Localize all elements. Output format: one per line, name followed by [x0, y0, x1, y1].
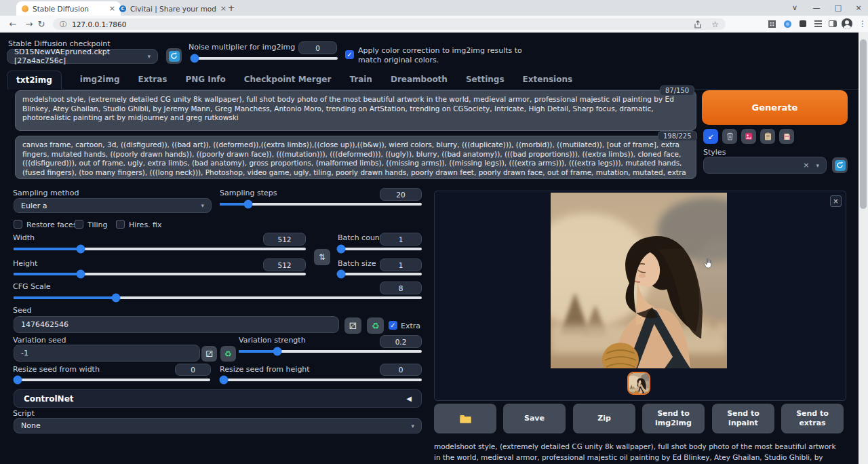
resize-seed-height-value[interactable]: 0 — [380, 364, 422, 376]
tab-checkpoint-merger[interactable]: Checkpoint Merger — [244, 75, 332, 89]
extensions-puzzle-icon[interactable] — [796, 18, 810, 30]
width-value[interactable]: 512 — [263, 233, 306, 246]
batch-count-value[interactable]: 1 — [380, 233, 422, 246]
sampling-steps-label: Sampling steps — [220, 189, 277, 197]
back-icon[interactable]: ← — [5, 16, 20, 31]
extension-grid-icon[interactable] — [765, 18, 778, 30]
variation-strength-value[interactable]: 0.2 — [380, 335, 422, 348]
side-panel-icon[interactable] — [826, 18, 840, 30]
browser-tab-stable-diffusion[interactable]: Stable Diffusion × — [16, 1, 121, 16]
styles-dropdown[interactable]: × ▾ — [703, 157, 827, 174]
scrollbar-thumb[interactable] — [860, 39, 867, 209]
gallery-close-button[interactable]: × — [830, 195, 842, 207]
bookmark-star-icon[interactable]: ☆ — [711, 20, 719, 29]
address-bar[interactable]: ⓘ 127.0.0.1:7860 ☆ — [53, 18, 726, 30]
variation-seed-input[interactable] — [14, 345, 200, 362]
prompt-textarea[interactable]: modelshoot style, (extremely detailed CG… — [15, 90, 696, 131]
resize-seed-width-value[interactable]: 0 — [175, 364, 211, 376]
site-info-icon[interactable]: ⓘ — [60, 20, 66, 29]
noise-multiplier-slider[interactable] — [192, 57, 338, 60]
maximize-button[interactable]: □ — [829, 0, 848, 16]
cfg-scale-slider[interactable] — [14, 296, 422, 299]
hires-fix-checkbox[interactable] — [116, 220, 125, 229]
send-to-extras-button[interactable]: Send to extras — [781, 404, 844, 433]
variation-seed-label: Variation seed — [13, 336, 66, 345]
variation-seed-reuse-button[interactable]: ♻ — [220, 346, 236, 362]
window-chevron-button[interactable]: ∨ — [785, 0, 804, 16]
new-tab-button[interactable]: + — [224, 0, 239, 16]
tab-extensions[interactable]: Extensions — [523, 75, 573, 89]
restore-faces-checkbox[interactable] — [14, 220, 22, 229]
window-close-button[interactable]: × — [849, 0, 868, 16]
sampling-steps-slider[interactable] — [220, 203, 422, 206]
browser-tab-title: Stable Diffusion — [33, 5, 105, 13]
sampling-steps-value[interactable]: 20 — [380, 188, 422, 201]
batch-size-slider[interactable] — [338, 273, 422, 275]
tab-txt2img[interactable]: txt2img — [7, 71, 62, 90]
clear-styles-icon[interactable]: × — [803, 161, 809, 170]
tiling-checkbox[interactable] — [75, 220, 83, 229]
generate-button[interactable]: Generate — [702, 90, 848, 125]
profile-avatar[interactable] — [840, 18, 854, 30]
open-folder-button[interactable] — [434, 404, 496, 433]
checkpoint-refresh-button[interactable] — [166, 48, 182, 64]
tab-png-info[interactable]: PNG Info — [185, 75, 225, 89]
send-to-inpaint-button[interactable]: Send to inpaint — [712, 404, 774, 433]
seed-reuse-button[interactable]: ♻ — [367, 317, 384, 334]
save-style-button[interactable] — [779, 129, 794, 144]
script-dropdown[interactable]: None ▾ — [14, 418, 422, 433]
swap-arrows-icon: ⇅ — [319, 252, 326, 262]
noise-multiplier-value[interactable]: 0 — [298, 41, 337, 54]
minimize-button[interactable]: — — [807, 0, 826, 16]
controlnet-accordion[interactable]: ControlNet ◀ — [14, 389, 422, 408]
reading-list-icon[interactable] — [811, 18, 825, 30]
browser-tab-civitai[interactable]: C Civitai | Share your models × — [114, 1, 232, 16]
tab-settings[interactable]: Settings — [466, 75, 505, 89]
resize-seed-width-slider[interactable] — [14, 379, 210, 381]
tab-extras[interactable]: Extras — [138, 75, 167, 89]
gallery-thumbnail[interactable] — [627, 372, 650, 395]
browser-menu-icon[interactable]: ⋮ — [856, 18, 868, 30]
sampling-method-dropdown[interactable]: Euler a ▾ — [14, 198, 212, 213]
stable-diffusion-favicon — [22, 5, 28, 12]
tab-train[interactable]: Train — [349, 75, 372, 89]
generation-info-text: modelshoot style, (extremely detailed CG… — [434, 441, 844, 464]
send-to-img2img-button[interactable]: Send to img2img — [642, 404, 705, 433]
styles-refresh-button[interactable] — [832, 157, 848, 173]
variation-strength-slider[interactable] — [239, 350, 422, 353]
extra-seed-checkbox[interactable]: ✓ — [389, 321, 397, 330]
folder-icon — [460, 414, 471, 423]
batch-count-slider[interactable] — [338, 248, 422, 250]
reload-icon[interactable]: ↻ — [34, 16, 49, 31]
seed-random-button[interactable]: ⚂ — [344, 317, 361, 334]
resize-seed-height-slider[interactable] — [220, 379, 422, 381]
clipboard-icon — [764, 132, 772, 140]
resize-seed-width-label: Resize seed from width — [13, 365, 100, 374]
tab-img2img[interactable]: img2img — [80, 75, 120, 89]
height-slider[interactable] — [14, 273, 306, 275]
tab-dreambooth[interactable]: Dreambooth — [391, 75, 448, 89]
collapse-arrow-icon: ◀ — [406, 395, 412, 402]
swap-dimensions-button[interactable]: ⇅ — [314, 249, 330, 265]
negative-prompt-textarea[interactable]: canvas frame, cartoon, 3d, ((disfigured)… — [15, 136, 696, 179]
restore-faces-label: Restore faces — [26, 220, 77, 229]
apply-style-button[interactable] — [760, 129, 775, 144]
extension-blue-icon[interactable] — [781, 18, 794, 30]
paste-params-button[interactable]: ↙ — [703, 129, 718, 144]
save-button[interactable]: Save — [503, 404, 566, 433]
checkpoint-dropdown[interactable]: SD15NewVAEpruned.ckpt [27a4ac756c] ▾ — [7, 49, 158, 64]
width-slider[interactable] — [14, 248, 306, 250]
batch-size-value[interactable]: 1 — [380, 258, 422, 271]
zip-button[interactable]: Zip — [573, 404, 635, 433]
color-correction-checkbox[interactable]: ✓ — [345, 50, 354, 59]
chevron-down-icon: ▾ — [201, 202, 204, 209]
extra-networks-button[interactable] — [741, 129, 756, 144]
generated-image[interactable] — [551, 193, 727, 368]
share-icon[interactable] — [694, 20, 702, 28]
height-value[interactable]: 512 — [263, 258, 306, 271]
variation-seed-random-button[interactable]: ⚂ — [201, 346, 217, 362]
cfg-scale-value[interactable]: 8 — [380, 282, 422, 294]
clear-prompt-button[interactable] — [722, 129, 737, 144]
seed-input[interactable] — [14, 316, 339, 333]
noise-multiplier-label: Noise multiplier for img2img — [189, 43, 295, 52]
